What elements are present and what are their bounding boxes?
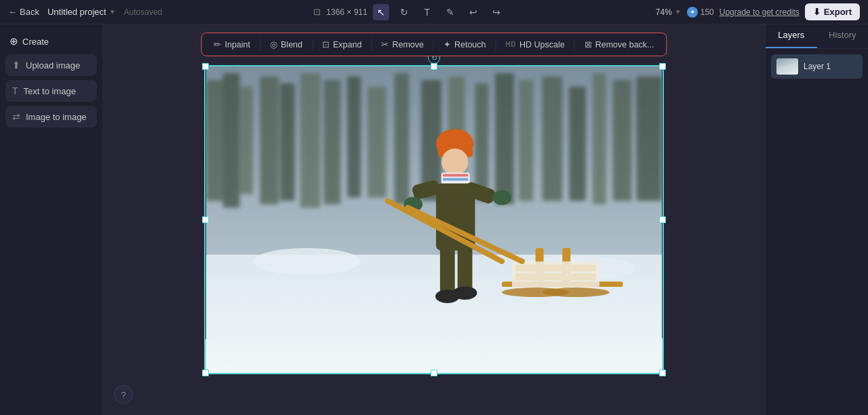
upload-icon: ⬆ <box>12 60 20 71</box>
credits-count: 150 <box>701 7 714 17</box>
left-sidebar: ⊕ Create ⬆ Upload image T Text to image … <box>0 24 103 415</box>
right-sidebar-tabs: Layers History <box>766 24 868 49</box>
image-to-image-button[interactable]: ⇄ Image to image <box>5 106 97 127</box>
layer-thumb-image <box>776 58 798 75</box>
handle-middle-right[interactable] <box>659 216 666 223</box>
handle-middle-left[interactable] <box>202 216 209 223</box>
svg-rect-5 <box>280 83 295 201</box>
remove-label: Remove <box>392 40 424 50</box>
credits-icon: ✦ <box>687 7 698 18</box>
hd-badge: HD <box>506 41 516 48</box>
toolbar-separator-5 <box>496 39 496 51</box>
blend-icon: ◎ <box>270 39 277 50</box>
frame-icon: ⊡ <box>313 7 321 17</box>
svg-rect-15 <box>519 80 534 201</box>
back-button[interactable]: ← Back <box>8 7 39 17</box>
svg-rect-19 <box>613 80 632 201</box>
tool-icons: ↖ ↻ T ✎ ↩ ↪ <box>373 4 505 20</box>
undo-icon[interactable]: ↩ <box>465 4 481 20</box>
blend-button[interactable]: ◎ Blend <box>263 37 309 52</box>
back-label: Back <box>20 7 39 17</box>
layer-thumbnail <box>776 58 798 75</box>
handle-top-left[interactable] <box>202 63 209 70</box>
inpaint-icon: ✏ <box>214 39 221 50</box>
text-to-image-button[interactable]: T Text to image <box>5 80 97 102</box>
history-tab-label: History <box>829 30 856 40</box>
create-section-label: ⊕ Create <box>5 33 97 50</box>
handle-top-right[interactable] <box>659 63 666 70</box>
retouch-label: Retouch <box>454 40 486 50</box>
retouch-icon: ✦ <box>443 39 451 50</box>
autosaved-status: Autosaved <box>124 7 163 17</box>
rotate-tool-icon[interactable]: ↻ <box>396 4 412 20</box>
svg-point-23 <box>253 248 361 275</box>
inpaint-label: Inpaint <box>224 40 250 50</box>
zoom-chevron-icon: ▼ <box>675 8 682 16</box>
text-to-image-label: Text to image <box>24 86 76 96</box>
blend-label: Blend <box>281 40 302 50</box>
text-tool-icon[interactable]: T <box>419 4 435 20</box>
toolbar-separator-2 <box>312 39 313 51</box>
export-label: Export <box>824 7 852 17</box>
expand-label: Expand <box>333 40 361 50</box>
svg-rect-14 <box>495 73 514 204</box>
expand-button[interactable]: ⊡ Expand <box>315 37 368 52</box>
handle-bottom-left[interactable] <box>202 370 209 376</box>
expand-icon: ⊡ <box>322 39 330 50</box>
create-icon: ⊕ <box>9 35 18 47</box>
toolbar-separator-3 <box>371 39 372 51</box>
svg-rect-7 <box>323 80 340 204</box>
inpaint-button[interactable]: ✏ Inpaint <box>207 37 257 52</box>
create-label-text: Create <box>22 37 49 47</box>
remove-back-button[interactable]: ⊠ Remove back... <box>578 37 661 52</box>
zoom-control[interactable]: 74% ▼ <box>656 7 682 17</box>
handle-top-middle[interactable] <box>431 63 437 70</box>
pen-tool-icon[interactable]: ✎ <box>442 4 458 20</box>
canvas-image-container[interactable]: ↻ <box>204 65 664 374</box>
export-button[interactable]: ⬇ Export <box>805 3 860 20</box>
hd-upscale-button[interactable]: HD HD Upscale <box>499 37 572 52</box>
credits-badge: ✦ 150 <box>687 7 714 18</box>
zoom-value: 74% <box>656 7 672 17</box>
list-item[interactable]: Layer 1 <box>771 54 863 79</box>
svg-rect-18 <box>593 73 606 204</box>
back-arrow-icon: ← <box>8 7 17 17</box>
canvas-size: 1366 × 911 <box>326 7 367 17</box>
svg-rect-16 <box>542 77 563 201</box>
upload-image-button[interactable]: ⬆ Upload image <box>5 54 97 76</box>
upgrade-button[interactable]: Upgrade to get credits <box>719 7 800 17</box>
hd-upscale-label: HD Upscale <box>519 40 565 50</box>
svg-rect-10 <box>395 73 410 204</box>
topbar-left: ← Back Untitled project ▼ Autosaved <box>8 7 162 17</box>
toolbar-separator-1 <box>260 39 260 51</box>
svg-rect-20 <box>636 77 662 201</box>
svg-rect-6 <box>300 73 321 208</box>
help-icon: ? <box>121 390 125 400</box>
layer-name: Layer 1 <box>804 62 831 71</box>
svg-rect-30 <box>443 178 469 181</box>
help-button[interactable]: ? <box>114 385 133 404</box>
tab-history[interactable]: History <box>817 24 869 48</box>
svg-point-35 <box>492 190 511 205</box>
right-sidebar-content: Layer 1 <box>766 49 868 415</box>
right-sidebar: Layers History Layer 1 <box>765 24 868 415</box>
redo-icon[interactable]: ↪ <box>488 4 505 20</box>
image-swap-icon: ⇄ <box>12 111 20 122</box>
tab-layers[interactable]: Layers <box>766 24 817 48</box>
canvas-image <box>205 66 663 373</box>
svg-rect-45 <box>512 261 599 288</box>
topbar: ← Back Untitled project ▼ Autosaved ⊡ 13… <box>0 0 868 24</box>
svg-rect-17 <box>569 87 586 201</box>
svg-rect-13 <box>475 83 488 201</box>
remove-button[interactable]: ✂ Remove <box>374 37 431 52</box>
svg-rect-36 <box>440 248 455 295</box>
handle-bottom-middle[interactable] <box>431 370 437 376</box>
topbar-right: 74% ▼ ✦ 150 Upgrade to get credits ⬇ Exp… <box>656 3 860 20</box>
project-title[interactable]: Untitled project ▼ <box>47 7 116 17</box>
retouch-button[interactable]: ✦ Retouch <box>437 37 493 52</box>
select-tool-icon[interactable]: ↖ <box>373 4 389 20</box>
main-layout: ⊕ Create ⬆ Upload image T Text to image … <box>0 24 868 415</box>
svg-rect-3 <box>240 87 254 195</box>
handle-bottom-right[interactable] <box>659 370 666 376</box>
svg-point-27 <box>441 149 469 176</box>
